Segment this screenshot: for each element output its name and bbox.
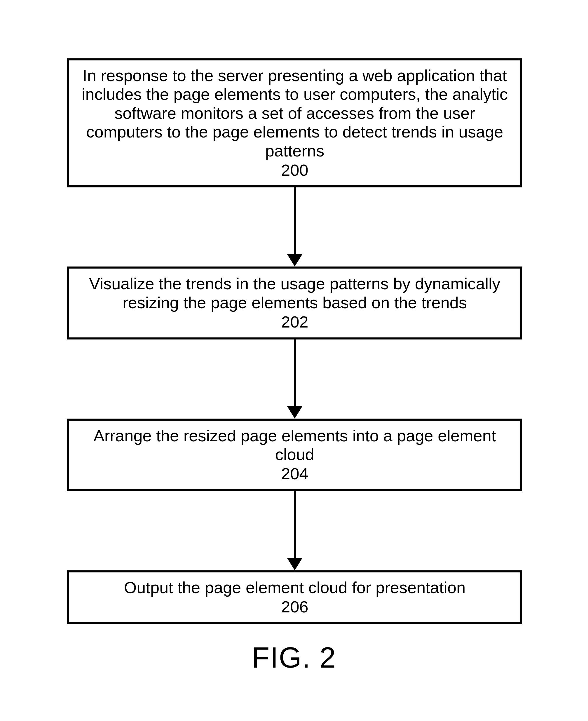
arrow-icon bbox=[287, 339, 302, 418]
step-text: Arrange the resized page elements into a… bbox=[93, 427, 496, 464]
step-text: Output the page element cloud for presen… bbox=[124, 578, 466, 597]
step-number: 202 bbox=[78, 313, 511, 331]
figure-label: FIG. 2 bbox=[0, 641, 588, 674]
page: In response to the server presenting a w… bbox=[0, 0, 588, 721]
arrow-icon bbox=[287, 187, 302, 267]
arrow-icon bbox=[287, 491, 302, 570]
step-box-206: Output the page element cloud for presen… bbox=[67, 570, 522, 624]
arrow-head-icon bbox=[287, 254, 302, 267]
step-text: In response to the server presenting a w… bbox=[82, 66, 508, 160]
step-number: 200 bbox=[78, 161, 511, 180]
step-box-202: Visualize the trends in the usage patter… bbox=[67, 267, 522, 339]
step-box-204: Arrange the resized page elements into a… bbox=[67, 418, 522, 491]
arrow-line bbox=[294, 491, 296, 558]
flowchart: In response to the server presenting a w… bbox=[67, 58, 522, 624]
step-number: 204 bbox=[78, 465, 511, 483]
step-text: Visualize the trends in the usage patter… bbox=[89, 274, 500, 311]
step-number: 206 bbox=[78, 598, 511, 616]
arrow-line bbox=[294, 187, 296, 254]
step-box-200: In response to the server presenting a w… bbox=[67, 58, 522, 187]
arrow-line bbox=[294, 339, 296, 407]
arrow-head-icon bbox=[287, 406, 302, 418]
arrow-head-icon bbox=[287, 558, 302, 570]
